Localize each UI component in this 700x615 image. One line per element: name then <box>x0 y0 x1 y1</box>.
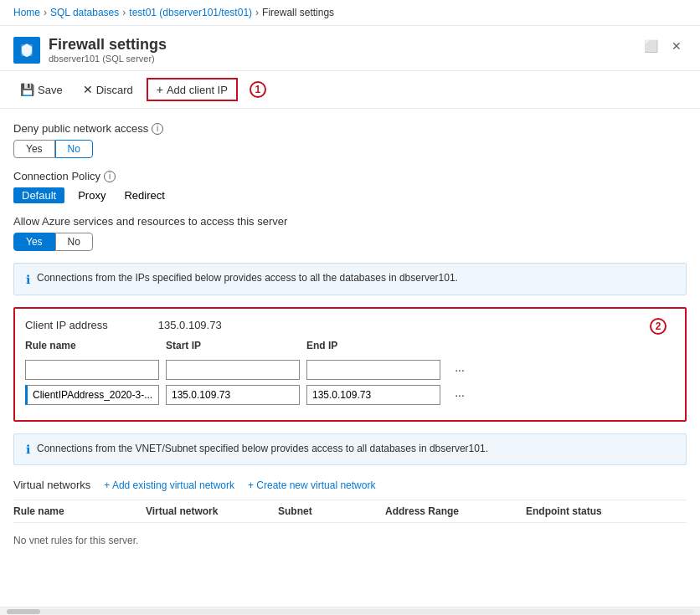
vn-empty-message: No vnet rules for this server. <box>13 528 687 553</box>
breadcrumb-home[interactable]: Home <box>13 7 40 18</box>
virtual-networks-title: Virtual networks <box>13 479 90 491</box>
vn-col-rule-name: Rule name <box>13 505 139 517</box>
add-icon: + <box>157 83 163 96</box>
add-existing-vnet-link[interactable]: + Add existing virtual network <box>104 479 234 491</box>
allow-azure-toggle: Yes No <box>13 233 687 251</box>
badge-1: 1 <box>250 81 266 98</box>
create-new-vnet-link[interactable]: + Create new virtual network <box>248 479 375 491</box>
client-ip-value: 135.0.109.73 <box>158 319 222 331</box>
panel-title: Firewall settings <box>49 36 167 54</box>
vnet-banner-icon: ℹ <box>26 443 30 456</box>
client-ip-row: Client IP address 135.0.109.73 <box>25 319 675 331</box>
allow-azure-label: Allow Azure services and resources to ac… <box>13 215 687 228</box>
content-area: Deny public network access i Yes No Conn… <box>0 109 700 575</box>
col-start-ip: Start IP <box>166 340 300 351</box>
connection-policy-label: Connection Policy i <box>13 170 687 182</box>
vnet-banner: ℹ Connections from the VNET/Subnet speci… <box>13 433 687 465</box>
rule-name-input-2[interactable]: ClientIPAddress_2020-3-... <box>25 385 159 405</box>
row-1-options-button[interactable]: ··· <box>447 361 472 378</box>
col-rule-name: Rule name <box>25 340 159 351</box>
toolbar: 💾 Save ✕ Discard + Add client IP 1 <box>0 71 700 109</box>
row-2-options-button[interactable]: ··· <box>447 387 472 403</box>
end-ip-input-2[interactable] <box>306 385 440 405</box>
ip-info-banner: ℹ Connections from the IPs specified bel… <box>13 263 687 295</box>
breadcrumb-sql-databases[interactable]: SQL databases <box>50 7 119 18</box>
vn-header-row: Virtual networks + Add existing virtual … <box>13 479 687 491</box>
deny-public-no[interactable]: No <box>55 140 93 158</box>
policy-redirect[interactable]: Redirect <box>119 187 169 203</box>
deny-public-label: Deny public network access i <box>13 122 687 135</box>
save-button[interactable]: 💾 Save <box>13 79 69 100</box>
panel-title-area: Firewall settings dbserver101 (SQL serve… <box>13 36 167 64</box>
panel-subtitle: dbserver101 (SQL server) <box>49 54 167 64</box>
vn-table-header: Rule name Virtual network Subnet Address… <box>13 500 687 523</box>
end-ip-input-1[interactable] <box>306 360 440 380</box>
deny-public-info-icon[interactable]: i <box>152 123 163 135</box>
virtual-networks-section: Virtual networks + Add existing virtual … <box>13 479 687 553</box>
badge-2: 2 <box>650 318 667 335</box>
scrollbar-thumb[interactable] <box>7 609 40 614</box>
client-ip-label: Client IP address <box>25 319 108 331</box>
deny-public-toggle: Yes No <box>13 140 687 158</box>
vn-col-virtual-network: Virtual network <box>146 505 271 517</box>
discard-button[interactable]: ✕ Discard <box>76 79 140 100</box>
horizontal-scrollbar[interactable] <box>0 607 700 615</box>
table-row: ClientIPAddress_2020-3-... ··· <box>25 385 675 405</box>
restore-button[interactable]: ⬜ <box>639 36 663 56</box>
start-ip-input-1[interactable] <box>166 360 300 380</box>
ip-table-header: Rule name Start IP End IP <box>25 340 675 355</box>
panel-controls: ⬜ ✕ <box>639 36 687 56</box>
breadcrumb: Home › SQL databases › test01 (dbserver1… <box>0 0 700 26</box>
connection-policy-info-icon[interactable]: i <box>104 171 116 182</box>
breadcrumb-test01[interactable]: test01 (dbserver101/test01) <box>129 7 252 18</box>
connection-policy-group: Default Proxy Redirect <box>13 187 687 203</box>
allow-azure-yes[interactable]: Yes <box>13 233 55 251</box>
rule-name-input-1[interactable] <box>25 360 159 380</box>
start-ip-input-2[interactable] <box>166 385 300 405</box>
ip-section: Client IP address 135.0.109.73 Rule name… <box>13 307 687 422</box>
scrollbar-track <box>7 609 693 614</box>
firewall-icon <box>13 37 40 64</box>
vn-col-address-range: Address Range <box>385 505 519 517</box>
info-banner-icon: ℹ <box>26 273 30 286</box>
close-button[interactable]: ✕ <box>667 36 687 56</box>
deny-public-yes[interactable]: Yes <box>13 140 55 158</box>
table-row: ··· <box>25 360 675 380</box>
add-client-ip-button[interactable]: + Add client IP <box>147 78 238 101</box>
save-icon: 💾 <box>20 83 34 96</box>
policy-proxy[interactable]: Proxy <box>73 187 111 203</box>
vn-col-endpoint-status: Endpoint status <box>526 505 626 517</box>
breadcrumb-current: Firewall settings <box>262 7 334 18</box>
discard-icon: ✕ <box>83 83 93 96</box>
allow-azure-no[interactable]: No <box>55 233 93 251</box>
panel-header: Firewall settings dbserver101 (SQL serve… <box>0 26 700 71</box>
vn-col-subnet: Subnet <box>278 505 378 517</box>
policy-default[interactable]: Default <box>13 187 64 203</box>
col-end-ip: End IP <box>306 340 440 351</box>
